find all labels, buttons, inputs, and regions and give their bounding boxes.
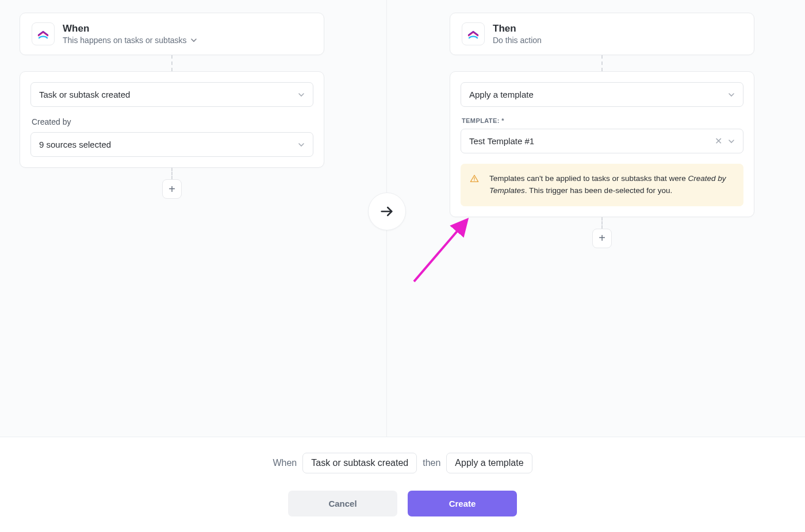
sources-select[interactable]: 9 sources selected (30, 132, 313, 157)
chevron-down-icon (298, 91, 305, 98)
clear-template-icon[interactable]: ✕ (715, 137, 722, 146)
action-select-value: Apply a template (469, 90, 534, 99)
clickup-logo-icon (462, 22, 485, 45)
summary-action-pill[interactable]: Apply a template (446, 453, 532, 473)
cancel-button[interactable]: Cancel (288, 491, 397, 516)
warning-message: Templates can't be applied to tasks or s… (461, 164, 743, 206)
connector-line (171, 168, 172, 179)
then-column: Then Do this action Apply a template TEM… (450, 13, 754, 248)
automation-summary: When Task or subtask created then Apply … (273, 453, 532, 473)
action-select[interactable]: Apply a template (461, 82, 743, 107)
connector-line (601, 55, 603, 71)
trigger-select[interactable]: Task or subtask created (30, 82, 313, 107)
when-title: When (63, 23, 197, 34)
created-by-label: Created by (32, 117, 313, 126)
then-subtitle: Do this action (493, 36, 542, 45)
connector-line (171, 55, 172, 71)
flow-arrow-circle (368, 192, 406, 230)
template-select[interactable]: Test Template #1 ✕ (461, 129, 743, 153)
add-action-button[interactable]: + (592, 229, 612, 248)
then-title: Then (493, 23, 542, 34)
when-column: When This happens on tasks or subtasks T… (20, 13, 324, 199)
warning-text-2: . This trigger has been de-selected for … (525, 186, 672, 195)
connector-line (601, 217, 603, 229)
template-field-label: TEMPLATE: * (462, 117, 743, 124)
arrow-right-icon (379, 203, 395, 219)
then-body-card: Apply a template TEMPLATE: * Test Templa… (450, 71, 754, 217)
summary-then-text: then (423, 458, 440, 468)
chevron-down-icon (298, 141, 305, 148)
when-body-card: Task or subtask created Created by 9 sou… (20, 71, 324, 168)
trigger-select-value: Task or subtask created (39, 90, 130, 99)
then-header-card: Then Do this action (450, 13, 754, 55)
clickup-logo-icon (32, 22, 55, 45)
chevron-down-icon (728, 138, 735, 145)
svg-point-1 (474, 180, 474, 181)
chevron-down-icon (190, 37, 197, 44)
when-subtitle-row[interactable]: This happens on tasks or subtasks (63, 36, 197, 45)
warning-icon (470, 174, 479, 187)
add-trigger-button[interactable]: + (162, 179, 182, 199)
warning-text-1: Templates can't be applied to tasks or s… (489, 174, 688, 183)
summary-trigger-pill[interactable]: Task or subtask created (302, 453, 417, 473)
footer-bar: When Task or subtask created then Apply … (0, 437, 805, 532)
when-subtitle: This happens on tasks or subtasks (63, 36, 187, 45)
chevron-down-icon (728, 91, 735, 98)
create-button[interactable]: Create (408, 491, 517, 516)
when-header-card: When This happens on tasks or subtasks (20, 13, 324, 55)
sources-select-value: 9 sources selected (39, 140, 111, 149)
summary-when-text: When (273, 458, 297, 468)
template-select-value: Test Template #1 (469, 136, 709, 146)
